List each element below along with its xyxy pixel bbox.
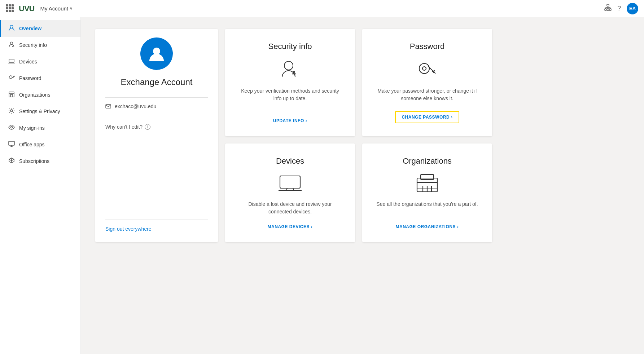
devices-card-icon xyxy=(279,173,302,195)
arrow-icon: › xyxy=(457,224,459,229)
waffle-menu[interactable] xyxy=(6,4,14,13)
account-divider-2 xyxy=(105,118,208,118)
password-title: Password xyxy=(410,42,445,51)
sidebar-item-sign-ins-label: My sign-ins xyxy=(19,125,45,131)
svg-rect-11 xyxy=(9,59,14,62)
uvu-logo: UVU xyxy=(19,4,34,13)
account-card-inner: Exchange Account exchacc@uvu.edu Why can… xyxy=(95,29,218,138)
arrow-icon: › xyxy=(306,118,307,123)
organizations-desc: See all the organizations that you're a … xyxy=(376,200,478,216)
sidebar-item-organizations[interactable]: Organizations xyxy=(0,87,80,103)
box-icon xyxy=(8,157,15,165)
svg-point-21 xyxy=(419,63,429,74)
account-avatar xyxy=(140,37,173,70)
devices-card: Devices Disable a lost device and review… xyxy=(225,143,355,242)
main-content: Exchange Account exchacc@uvu.edu Why can… xyxy=(81,17,644,354)
monitor-icon xyxy=(8,141,15,149)
footer-divider xyxy=(105,220,208,220)
security-info-card: Security info Keep your verification met… xyxy=(225,29,355,136)
sidebar-item-organizations-label: Organizations xyxy=(19,92,50,98)
password-card: Password Make your password stronger, or… xyxy=(362,29,492,136)
svg-rect-25 xyxy=(421,174,434,180)
svg-rect-3 xyxy=(609,9,611,10)
topnav: UVU My Account ∨ ? EA xyxy=(0,0,644,17)
security-info-title: Security info xyxy=(268,42,312,51)
svg-point-22 xyxy=(422,67,426,70)
sidebar-item-devices[interactable]: Devices xyxy=(0,53,80,70)
sidebar: Overview Security info Devices xyxy=(0,17,81,354)
sidebar-item-password-label: Password xyxy=(19,75,41,81)
sidebar-item-subscriptions-label: Subscriptions xyxy=(19,158,49,164)
svg-point-14 xyxy=(10,110,13,112)
svg-point-12 xyxy=(9,76,12,79)
user-avatar[interactable]: EA xyxy=(627,3,638,14)
devices-desc: Disable a lost device and review your co… xyxy=(237,200,343,216)
account-name: Exchange Account xyxy=(121,77,193,87)
sidebar-item-password[interactable]: Password xyxy=(0,70,80,87)
password-desc: Make your password stronger, or change i… xyxy=(374,87,481,102)
security-card-icon xyxy=(279,58,301,81)
account-card-footer: Sign out everywhere xyxy=(95,220,218,242)
password-card-icon xyxy=(416,58,438,81)
svg-rect-0 xyxy=(607,4,609,6)
svg-rect-2 xyxy=(607,9,609,10)
sidebar-item-settings[interactable]: Settings & Privacy xyxy=(0,103,80,120)
svg-point-9 xyxy=(10,25,13,28)
sidebar-item-devices-label: Devices xyxy=(19,59,37,65)
devices-title: Devices xyxy=(276,156,304,166)
sign-out-everywhere-link[interactable]: Sign out everywhere xyxy=(105,226,152,232)
security-info-desc: Keep your verification methods and secur… xyxy=(237,87,343,110)
sidebar-item-office-apps[interactable]: Office apps xyxy=(0,136,80,153)
sidebar-item-office-apps-label: Office apps xyxy=(19,142,45,147)
account-card: Exchange Account exchacc@uvu.edu Why can… xyxy=(95,29,218,242)
svg-point-19 xyxy=(284,61,293,70)
eye-icon xyxy=(8,124,15,132)
manage-devices-link[interactable]: MANAGE DEVICES › xyxy=(268,224,313,229)
org-chart-icon[interactable] xyxy=(604,4,612,13)
person-icon xyxy=(8,25,15,32)
svg-point-10 xyxy=(10,42,13,45)
manage-organizations-link[interactable]: MANAGE ORGANIZATIONS › xyxy=(396,224,459,229)
account-email: exchacc@uvu.edu xyxy=(105,103,156,109)
sidebar-item-overview-label: Overview xyxy=(19,26,41,31)
svg-point-15 xyxy=(11,127,13,128)
organizations-title: Organizations xyxy=(403,156,452,166)
cards-grid: Exchange Account exchacc@uvu.edu Why can… xyxy=(95,29,492,242)
sidebar-item-settings-label: Settings & Privacy xyxy=(19,109,60,114)
change-password-link[interactable]: CHANGE PASSWORD › xyxy=(395,111,459,123)
svg-rect-1 xyxy=(605,9,606,10)
arrow-icon: › xyxy=(451,115,453,120)
sidebar-item-subscriptions[interactable]: Subscriptions xyxy=(0,153,80,169)
sidebar-item-security-label: Security info xyxy=(19,42,47,48)
my-account-title[interactable]: My Account ∨ xyxy=(40,5,73,12)
sidebar-item-overview[interactable]: Overview xyxy=(0,20,80,37)
organizations-card-icon xyxy=(416,173,439,195)
help-icon[interactable]: ? xyxy=(617,5,621,12)
security-icon xyxy=(8,41,15,49)
account-divider xyxy=(105,97,208,98)
organizations-card: Organizations See all the organizations … xyxy=(362,143,492,242)
topnav-right: ? EA xyxy=(604,3,638,14)
svg-rect-16 xyxy=(9,141,14,145)
key-icon xyxy=(8,74,15,82)
svg-rect-18 xyxy=(106,105,111,108)
email-icon xyxy=(105,103,111,109)
update-info-link[interactable]: UPDATE INFO › xyxy=(273,118,307,123)
main-layout: Overview Security info Devices xyxy=(0,17,644,354)
arrow-icon: › xyxy=(311,224,313,229)
info-icon: i xyxy=(145,124,150,130)
sidebar-item-security-info[interactable]: Security info xyxy=(0,37,80,53)
laptop-icon xyxy=(8,58,15,66)
svg-rect-23 xyxy=(280,176,300,188)
building-icon xyxy=(8,91,15,99)
gear-icon xyxy=(8,107,15,115)
why-cant-edit[interactable]: Why can't I edit? i xyxy=(105,124,150,130)
sidebar-item-sign-ins[interactable]: My sign-ins xyxy=(0,120,80,136)
chevron-down-icon: ∨ xyxy=(70,6,73,11)
